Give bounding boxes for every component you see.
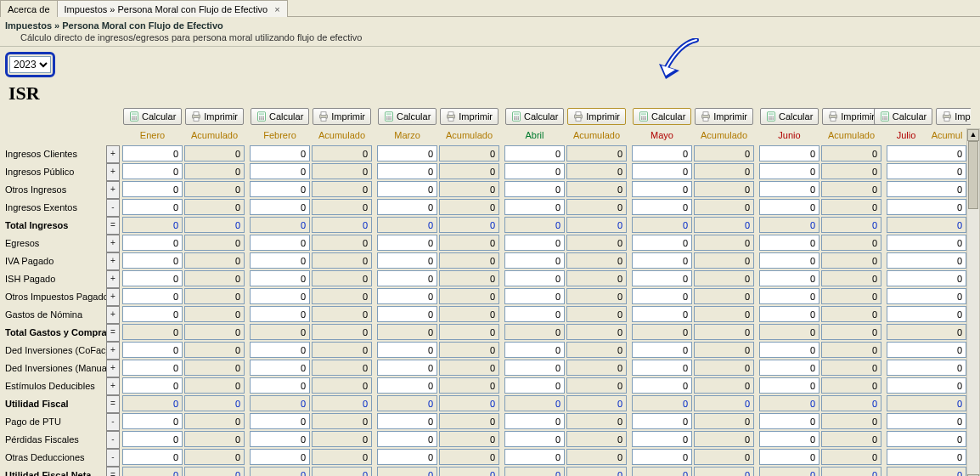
tab-about[interactable]: Acerca de: [0, 0, 58, 17]
cell-month[interactable]: 0: [504, 431, 565, 447]
cell-month[interactable]: 0: [122, 199, 183, 215]
cell-month[interactable]: 0: [887, 252, 966, 269]
cell-month[interactable]: 0: [122, 163, 183, 179]
cell-month[interactable]: 0: [632, 270, 692, 286]
cell-month[interactable]: 0: [250, 377, 310, 394]
cell-month[interactable]: 0: [759, 199, 819, 215]
cell-month[interactable]: 0: [250, 306, 310, 322]
cell-month[interactable]: 0: [632, 199, 692, 215]
calcular-button[interactable]: Calcular: [874, 108, 932, 125]
close-icon[interactable]: ×: [274, 4, 279, 14]
vertical-scrollbar[interactable]: ▲ ▼: [966, 128, 980, 476]
imprimir-button[interactable]: Impr: [936, 108, 971, 125]
cell-month[interactable]: 0: [377, 306, 437, 322]
calcular-button[interactable]: Calcular: [505, 108, 564, 125]
cell-month[interactable]: 0: [122, 270, 183, 286]
imprimir-button[interactable]: Imprimir: [313, 108, 371, 125]
cell-month[interactable]: 0: [887, 181, 966, 197]
cell-month[interactable]: 0: [887, 199, 966, 215]
cell-month[interactable]: 0: [377, 163, 437, 179]
cell-month[interactable]: 0: [504, 288, 565, 304]
cell-month[interactable]: 0: [759, 145, 819, 162]
cell-month[interactable]: 0: [632, 342, 692, 358]
calcular-button[interactable]: Calcular: [378, 108, 436, 125]
cell-month[interactable]: 0: [887, 270, 966, 286]
cell-month[interactable]: 0: [504, 270, 565, 286]
cell-month[interactable]: 0: [887, 145, 966, 162]
cell-month[interactable]: 0: [250, 270, 310, 286]
cell-month[interactable]: 0: [122, 181, 183, 197]
cell-month[interactable]: 0: [377, 288, 437, 304]
cell-month[interactable]: 0: [632, 413, 692, 429]
cell-month[interactable]: 0: [250, 413, 310, 429]
cell-month[interactable]: 0: [250, 288, 310, 304]
cell-month[interactable]: 0: [887, 288, 966, 304]
cell-month[interactable]: 0: [250, 449, 310, 465]
cell-month[interactable]: 0: [122, 342, 183, 358]
year-select[interactable]: 2023: [9, 56, 51, 73]
cell-month[interactable]: 0: [504, 252, 565, 269]
cell-month[interactable]: 0: [122, 431, 183, 447]
cell-month[interactable]: 0: [377, 449, 437, 465]
cell-month[interactable]: 0: [887, 431, 966, 447]
cell-month[interactable]: 0: [250, 360, 310, 376]
cell-month[interactable]: 0: [504, 145, 565, 162]
cell-month[interactable]: 0: [632, 252, 692, 269]
cell-month[interactable]: 0: [377, 377, 437, 394]
cell-month[interactable]: 0: [759, 288, 819, 304]
cell-month[interactable]: 0: [122, 252, 183, 269]
cell-month[interactable]: 0: [122, 413, 183, 429]
cell-month[interactable]: 0: [887, 235, 966, 251]
cell-month[interactable]: 0: [377, 181, 437, 197]
cell-month[interactable]: 0: [122, 306, 183, 322]
cell-month[interactable]: 0: [632, 235, 692, 251]
cell-month[interactable]: 0: [504, 199, 565, 215]
cell-month[interactable]: 0: [632, 306, 692, 322]
cell-month[interactable]: 0: [377, 145, 437, 162]
cell-month[interactable]: 0: [377, 413, 437, 429]
cell-month[interactable]: 0: [759, 181, 819, 197]
cell-month[interactable]: 0: [250, 145, 310, 162]
cell-month[interactable]: 0: [887, 163, 966, 179]
cell-month[interactable]: 0: [632, 360, 692, 376]
calcular-button[interactable]: Calcular: [760, 108, 819, 125]
cell-month[interactable]: 0: [377, 252, 437, 269]
cell-month[interactable]: 0: [122, 360, 183, 376]
cell-month[interactable]: 0: [377, 235, 437, 251]
cell-month[interactable]: 0: [759, 342, 819, 358]
cell-month[interactable]: 0: [377, 199, 437, 215]
cell-month[interactable]: 0: [887, 342, 966, 358]
cell-month[interactable]: 0: [759, 270, 819, 286]
cell-month[interactable]: 0: [632, 377, 692, 394]
imprimir-button[interactable]: Imprimir: [822, 108, 881, 125]
cell-month[interactable]: 0: [122, 288, 183, 304]
cell-month[interactable]: 0: [250, 235, 310, 251]
cell-month[interactable]: 0: [122, 449, 183, 465]
scroll-thumb[interactable]: [968, 141, 978, 209]
cell-month[interactable]: 0: [759, 431, 819, 447]
imprimir-button[interactable]: Imprimir: [440, 108, 498, 125]
calcular-button[interactable]: Calcular: [633, 108, 691, 125]
cell-month[interactable]: 0: [377, 360, 437, 376]
tab-main[interactable]: Impuestos » Persona Moral con Flujo de E…: [57, 0, 288, 17]
cell-month[interactable]: 0: [759, 235, 819, 251]
cell-month[interactable]: 0: [122, 377, 183, 394]
cell-month[interactable]: 0: [632, 163, 692, 179]
cell-month[interactable]: 0: [250, 199, 310, 215]
cell-month[interactable]: 0: [887, 306, 966, 322]
cell-month[interactable]: 0: [250, 431, 310, 447]
cell-month[interactable]: 0: [632, 449, 692, 465]
cell-month[interactable]: 0: [504, 360, 565, 376]
cell-month[interactable]: 0: [377, 431, 437, 447]
scroll-up-icon[interactable]: ▲: [967, 129, 979, 141]
cell-month[interactable]: 0: [504, 235, 565, 251]
cell-month[interactable]: 0: [250, 252, 310, 269]
cell-month[interactable]: 0: [632, 431, 692, 447]
cell-month[interactable]: 0: [759, 413, 819, 429]
cell-month[interactable]: 0: [887, 360, 966, 376]
cell-month[interactable]: 0: [759, 449, 819, 465]
cell-month[interactable]: 0: [759, 252, 819, 269]
cell-month[interactable]: 0: [504, 413, 565, 429]
cell-month[interactable]: 0: [504, 163, 565, 179]
cell-month[interactable]: 0: [377, 270, 437, 286]
